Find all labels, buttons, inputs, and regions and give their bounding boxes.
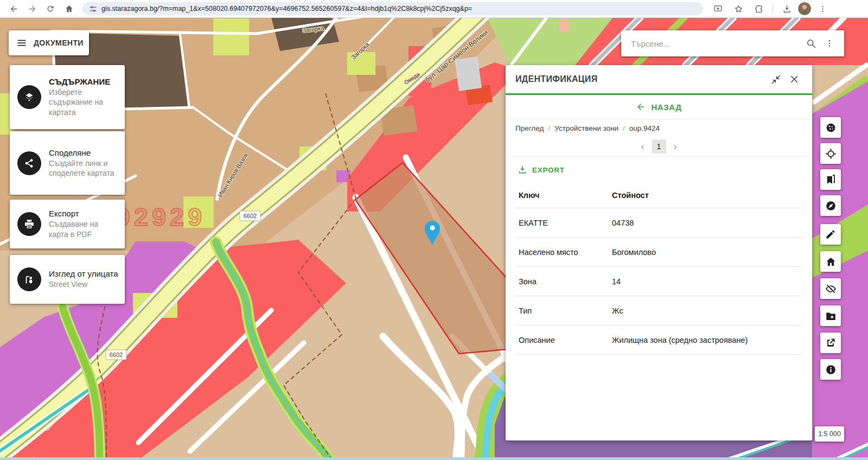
panel-header: ИДЕНТИФИКАЦИЯ <box>506 65 812 93</box>
close-icon[interactable] <box>785 70 803 88</box>
browser-toolbar: gis.starazagora.bg/?m=map_1&x=508020.694… <box>0 0 868 18</box>
row-key: Зона <box>519 277 612 286</box>
back-button[interactable]: НАЗАД <box>506 95 812 119</box>
crosshair-icon <box>825 148 837 159</box>
card-subtitle: Създайте линк и споделете картата <box>49 158 118 178</box>
card-title: СЪДЪРЖАНИЕ <box>49 77 118 86</box>
row-value: Жс <box>612 306 802 315</box>
download-icon <box>518 165 527 175</box>
card-subtitle: Създаване на карта в PDF <box>49 219 118 239</box>
key-header: Ключ <box>519 191 612 200</box>
address-bar[interactable]: gis.starazagora.bg/?m=map_1&x=508020.694… <box>82 2 703 15</box>
export-label: EXPORT <box>532 166 565 174</box>
breadcrumb-item[interactable]: Преглед <box>515 124 544 132</box>
reload-icon[interactable] <box>41 1 60 16</box>
site-settings-icon[interactable] <box>89 5 97 13</box>
open-in-new-icon <box>825 337 836 348</box>
table-header-row: Ключ Стойност <box>515 183 802 208</box>
identification-panel: ИДЕНТИФИКАЦИЯ НАЗАД Преглед / Устройстве… <box>506 65 812 440</box>
home-extent-button[interactable] <box>820 251 841 272</box>
map-water-edge <box>0 457 868 460</box>
panel-title: ИДЕНТИФИКАЦИЯ <box>515 74 767 84</box>
result-pager: ‹ 1 › <box>506 137 812 157</box>
value-header: Стойност <box>612 191 802 200</box>
row-key: Описание <box>519 336 612 344</box>
bookmark-icon <box>825 174 836 185</box>
bookmarks-button[interactable] <box>820 169 841 190</box>
export-button[interactable]: EXPORT <box>506 157 812 183</box>
map-building <box>559 18 569 33</box>
svg-text:6602: 6602 <box>110 352 123 358</box>
info-button[interactable] <box>820 359 841 380</box>
breadcrumb-item-current: oup.9424 <box>629 124 660 132</box>
back-icon[interactable] <box>4 1 23 16</box>
street-view-icon <box>17 267 41 291</box>
row-key: Тип <box>519 306 612 315</box>
forward-icon[interactable] <box>23 1 41 16</box>
draw-button[interactable] <box>820 224 841 245</box>
search-icon[interactable] <box>802 34 820 53</box>
hamburger-icon <box>16 37 27 48</box>
svg-text:6602: 6602 <box>244 213 257 219</box>
table-row: Населено място Богомилово <box>515 238 802 267</box>
documents-menu-button[interactable]: ДОКУМЕНТИ <box>9 30 89 55</box>
card-subtitle: Street View <box>49 279 118 289</box>
row-key: ЕКАТТЕ <box>519 219 612 227</box>
breadcrumb: Преглед / Устройствени зони / oup.9424 <box>506 119 812 137</box>
documents-menu-label: ДОКУМЕНТИ <box>34 39 84 47</box>
print-icon <box>17 212 41 236</box>
card-title: Изглед от улицата <box>49 269 118 278</box>
table-row: Зона 14 <box>515 267 802 296</box>
downloads-icon[interactable] <box>777 1 796 16</box>
breadcrumb-item[interactable]: Устройствени зони <box>554 124 618 132</box>
browser-menu-icon[interactable] <box>813 1 832 16</box>
pager-page[interactable]: 1 <box>652 139 666 154</box>
basemap-button[interactable] <box>820 117 841 138</box>
external-link-button[interactable] <box>820 333 841 353</box>
card-title: Споделяне <box>49 148 118 157</box>
attribute-table: Ключ Стойност ЕКАТТЕ 04738 Населено мяст… <box>515 183 802 355</box>
home-icon[interactable] <box>60 1 78 16</box>
info-icon <box>825 364 837 375</box>
collapse-icon[interactable] <box>767 70 785 88</box>
sidebar-card-street-view[interactable]: Изглед от улицата Street View <box>10 255 125 304</box>
search-menu-icon[interactable] <box>820 34 839 53</box>
row-value: 14 <box>612 277 802 286</box>
row-key: Населено място <box>519 248 612 257</box>
sidebar-card-export[interactable]: Експорт Създаване на карта в PDF <box>10 200 125 248</box>
bookmark-star-icon[interactable] <box>729 1 748 16</box>
search-bar[interactable] <box>621 30 844 56</box>
saved-features-button[interactable] <box>820 305 841 326</box>
back-label: НАЗАД <box>651 103 681 112</box>
cookie-icon <box>825 122 837 133</box>
hide-layers-button[interactable] <box>820 278 841 299</box>
locate-button[interactable] <box>820 143 841 164</box>
house-icon <box>825 256 837 267</box>
search-input[interactable] <box>630 39 802 49</box>
road-ref-badge: 6602 <box>106 350 126 360</box>
road-ref-badge: 6602 <box>240 211 260 221</box>
compass-icon <box>825 200 837 212</box>
row-value: 04738 <box>612 219 802 227</box>
card-subtitle: Изберете съдържание на картата <box>49 87 118 117</box>
pencil-icon <box>825 229 836 240</box>
layers-icon <box>17 85 41 109</box>
divider <box>773 4 773 14</box>
url-text[interactable]: gis.starazagora.bg/?m=map_1&x=508020.694… <box>101 5 472 12</box>
table-row: Тип Жс <box>515 296 802 325</box>
folder-star-icon <box>825 310 837 322</box>
profile-avatar[interactable] <box>798 2 811 15</box>
pager-prev-icon[interactable]: ‹ <box>641 142 644 151</box>
row-value: Жилищна зона (средно застрояване) <box>612 336 802 344</box>
breadcrumb-separator: / <box>548 124 550 132</box>
table-row: ЕКАТТЕ 04738 <box>515 208 802 238</box>
table-row: Описание Жилищна зона (средно застрояван… <box>515 325 802 355</box>
pager-next-icon[interactable]: › <box>674 142 677 151</box>
sidebar-card-share[interactable]: Споделяне Създайте линк и споделете карт… <box>10 131 125 195</box>
sidebar-card-contents[interactable]: СЪДЪРЖАНИЕ Изберете съдържание на картат… <box>10 65 125 129</box>
compass-button[interactable] <box>820 195 841 216</box>
share-icon <box>17 151 41 175</box>
extensions-icon[interactable] <box>750 1 768 16</box>
breadcrumb-separator: / <box>623 124 625 132</box>
install-icon[interactable] <box>709 1 727 16</box>
